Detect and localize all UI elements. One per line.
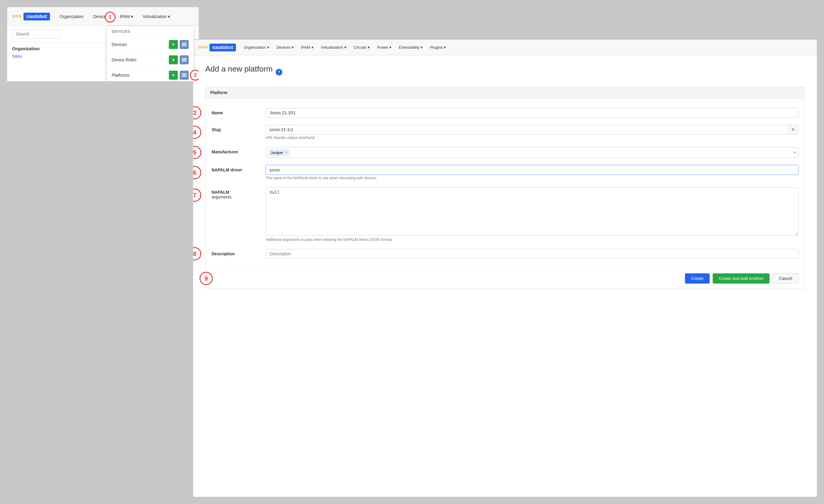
napalm-driver-help-text: The name of the NAPALM driver to use whe… xyxy=(266,176,799,180)
create-and-add-button[interactable]: Create and Add Another xyxy=(713,273,769,283)
nav-ipam[interactable]: IPAM ▾ xyxy=(116,12,137,21)
description-label: Description xyxy=(212,249,266,256)
dropdown-row-platforms: Platforms + 2 xyxy=(107,68,194,82)
manufacturer-select[interactable]: Juniper × ▾ xyxy=(266,147,799,158)
slug-row: 4 Slug ↻ URL-friendly unique shorthand xyxy=(206,121,805,143)
svg-rect-8 xyxy=(182,76,187,77)
cancel-button[interactable]: Cancel xyxy=(772,273,799,283)
slug-input-wrap: ↻ xyxy=(266,125,799,134)
right-nav-plugins-label: Plugins xyxy=(430,45,443,49)
slug-refresh-button[interactable]: ↻ xyxy=(789,125,799,134)
left-navbar: >>> nautobot Organization Devices ▾ 1 IP… xyxy=(7,7,199,26)
nav-virtualization-arrow: ▾ xyxy=(168,14,170,19)
list-platforms-button[interactable] xyxy=(180,71,189,80)
svg-rect-7 xyxy=(182,75,187,76)
right-nav-circuits[interactable]: Circuits ▾ xyxy=(350,43,373,51)
manufacturer-arrow-icon: ▾ xyxy=(794,150,796,154)
svg-rect-2 xyxy=(182,45,187,46)
name-row: 3 Name xyxy=(206,104,805,121)
svg-rect-5 xyxy=(182,61,187,61)
right-nav-ipam[interactable]: IPAM ▾ xyxy=(298,43,317,51)
name-control xyxy=(266,108,799,118)
nav-virtualization-label: Virtualization xyxy=(143,14,167,19)
right-nav-extensibility[interactable]: Extensibility ▾ xyxy=(396,43,426,51)
nav-devices-wrap: Devices ▾ 1 xyxy=(93,14,110,19)
right-nav-virtualization[interactable]: Virtualization ▾ xyxy=(318,43,349,51)
search-input[interactable] xyxy=(12,29,60,38)
description-input[interactable] xyxy=(266,249,799,259)
right-nav-power[interactable]: Power ▾ xyxy=(374,43,395,51)
napalm-args-textarea[interactable]: null xyxy=(266,187,799,236)
annotation-6: 6 xyxy=(193,166,201,179)
svg-rect-3 xyxy=(182,58,187,59)
nav-devices-arrow: ▾ xyxy=(108,14,110,19)
right-nav-plugins[interactable]: Plugins ▾ xyxy=(427,43,449,51)
dropdown-platforms-actions: + xyxy=(169,71,189,80)
sites-link[interactable]: Sites xyxy=(12,53,22,58)
list-devices-button[interactable] xyxy=(180,40,189,49)
napalm-args-row: 7 NAPALMarguments null Additional argume… xyxy=(206,184,805,245)
napalm-driver-label: NAPALM driver xyxy=(212,165,266,172)
dropdown-row-device-roles: Device Roles + xyxy=(107,52,194,68)
description-control xyxy=(266,249,799,259)
add-devices-button[interactable]: + xyxy=(169,40,178,49)
right-nav-plugins-arrow: ▾ xyxy=(444,45,446,49)
manufacturer-label: Manufacturer xyxy=(212,147,266,154)
nav-organization[interactable]: Organization xyxy=(56,12,87,21)
manufacturer-row: 5 Manufacturer Juniper × ▾ xyxy=(206,143,805,161)
help-icon[interactable]: ? xyxy=(276,69,282,76)
right-nav-organization[interactable]: Organization ▾ xyxy=(241,43,272,51)
napalm-args-label: NAPALMarguments xyxy=(212,187,266,200)
slug-input[interactable] xyxy=(266,125,789,134)
nav-devices[interactable]: Devices ▾ 1 xyxy=(89,12,114,21)
dropdown-devices-label[interactable]: Devices xyxy=(112,42,169,47)
create-button[interactable]: Create xyxy=(685,273,710,283)
slug-label: Slug xyxy=(212,125,266,132)
svg-rect-0 xyxy=(182,43,187,43)
left-panel: >>> nautobot Organization Devices ▾ 1 IP… xyxy=(7,7,199,82)
right-nav-power-arrow: ▾ xyxy=(390,45,392,49)
nav-ipam-label: IPAM xyxy=(120,14,130,19)
add-device-roles-button[interactable]: + xyxy=(169,55,178,65)
right-nav-devices[interactable]: Devices ▾ xyxy=(274,43,297,51)
add-platforms-button[interactable]: + xyxy=(169,71,178,80)
name-input[interactable] xyxy=(266,108,799,118)
manufacturer-control: Juniper × ▾ xyxy=(266,147,799,158)
right-brand[interactable]: >>> nautobot xyxy=(198,43,236,51)
napalm-driver-row: 6 NAPALM driver The name of the NAPALM d… xyxy=(206,161,805,184)
nav-virtualization[interactable]: Virtualization ▾ xyxy=(139,12,174,21)
form-actions: 9 Create Create and Add Another Cancel xyxy=(206,268,805,288)
right-navbar: >>> nautobot Organization ▾ Devices ▾ IP… xyxy=(193,40,817,55)
slug-help-text: URL-friendly unique shorthand xyxy=(266,136,799,140)
annotation-4: 4 xyxy=(193,126,201,139)
right-brand-arrows-icon: >>> xyxy=(198,44,208,50)
right-nav-virtualization-label: Virtualization xyxy=(321,45,343,49)
napalm-args-control: null Additional arguments to pass when i… xyxy=(266,187,799,242)
annotation-9: 9 xyxy=(200,272,213,285)
nav-devices-label: Devices xyxy=(93,14,108,19)
form-body: 3 Name 4 Slug ↻ URL-friendly xyxy=(206,98,805,268)
svg-rect-1 xyxy=(182,44,187,45)
dropdown-devices-actions: + xyxy=(169,40,189,49)
dropdown-device-roles-label[interactable]: Device Roles xyxy=(112,57,169,62)
annotation-5: 5 xyxy=(193,146,201,159)
manufacturer-value: Juniper xyxy=(271,150,284,155)
napalm-args-help-text: Additional arguments to pass when initia… xyxy=(266,238,799,242)
dropdown-device-roles-actions: + xyxy=(169,55,189,65)
right-nav-power-label: Power xyxy=(377,45,388,49)
right-brand-name: nautobot xyxy=(209,43,236,51)
right-nav-devices-label: Devices xyxy=(277,45,290,49)
right-nav-circuits-label: Circuits xyxy=(353,45,367,49)
napalm-driver-control: The name of the NAPALM driver to use whe… xyxy=(266,165,799,180)
page-title: Add a new platform xyxy=(205,65,273,74)
right-nav-devices-arrow: ▾ xyxy=(292,45,294,49)
manufacturer-chosen-tag: Juniper × xyxy=(269,149,290,156)
list-device-roles-button[interactable] xyxy=(180,55,189,65)
napalm-driver-input[interactable] xyxy=(266,165,799,175)
manufacturer-clear-icon[interactable]: × xyxy=(285,150,287,154)
name-label: Name xyxy=(212,108,266,115)
dropdown-platforms-label[interactable]: Platforms xyxy=(112,73,169,78)
brand-name: nautobot xyxy=(23,13,50,20)
brand[interactable]: >>> nautobot xyxy=(12,13,50,20)
right-nav-extensibility-arrow: ▾ xyxy=(421,45,423,49)
